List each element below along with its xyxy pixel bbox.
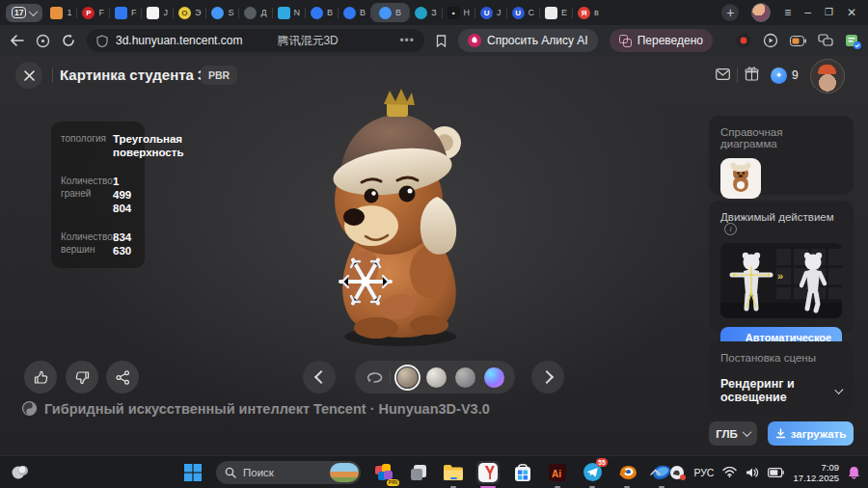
format-select[interactable]: ГЛБ <box>709 421 757 446</box>
battery-extension-icon[interactable] <box>790 36 806 46</box>
browser-tab[interactable]: F <box>110 3 142 22</box>
gift-icon[interactable] <box>745 67 759 81</box>
faces-value: 1 499 804 <box>113 175 135 215</box>
browser-tab[interactable]: Д <box>239 3 271 22</box>
material-sphere-matte-clay[interactable] <box>426 367 447 388</box>
material-sphere-textured-material[interactable] <box>397 367 418 388</box>
system-tray: РУС 7:09 17.12.2025 <box>650 456 860 488</box>
browser-tab[interactable]: J <box>142 3 173 22</box>
telegram-icon[interactable]: 55 <box>581 461 604 484</box>
render-option-label: Рендеринг и освещение <box>720 377 828 404</box>
tab-counter[interactable]: 17 <box>6 4 42 22</box>
battery-icon[interactable] <box>768 468 784 477</box>
reference-title: Справочная диаграмма <box>720 126 842 149</box>
translated-button[interactable]: Переведено <box>610 29 713 52</box>
credits-counter[interactable]: ✦ 9 <box>767 64 806 87</box>
reload-icon[interactable] <box>62 34 75 47</box>
browser-tab[interactable]: N <box>273 3 306 22</box>
minimize-icon[interactable]: – <box>804 7 811 18</box>
tab-label: З <box>431 8 436 17</box>
user-avatar[interactable] <box>810 59 845 94</box>
weather-widget[interactable] <box>10 456 31 488</box>
browser-tab[interactable]: •Н <box>443 3 475 22</box>
render-option-select[interactable]: Рендеринг и освещение <box>720 377 842 404</box>
topology-row: топология Треугольная поверхность <box>61 132 135 159</box>
microsoft-store-icon[interactable] <box>511 461 534 484</box>
browser-tab[interactable]: OЭ <box>174 3 205 22</box>
material-sphere-vivid-gradient[interactable] <box>484 367 504 388</box>
yandex-start-icon[interactable] <box>36 34 50 48</box>
close-viewer-button[interactable] <box>15 62 42 89</box>
browser-tab[interactable]: UС <box>507 3 540 22</box>
close-window-icon[interactable]: ✕ <box>847 7 856 18</box>
windows-taskbar: Поиск PRI Ai <box>0 455 868 488</box>
tab-favicon: • <box>448 7 460 19</box>
tab-label: J <box>163 8 168 17</box>
language-indicator[interactable]: РУС <box>693 467 714 478</box>
motion-preview[interactable]: » <box>720 243 842 318</box>
notification-bell-icon[interactable] <box>848 466 860 479</box>
browser-tab[interactable]: В <box>371 3 409 22</box>
info-icon[interactable]: i <box>724 223 737 235</box>
video-play-icon[interactable] <box>763 33 778 48</box>
tab-label: 1 <box>67 8 71 17</box>
download-button[interactable]: загружать <box>768 421 854 446</box>
yandex-browser-icon[interactable] <box>476 461 500 484</box>
volume-icon[interactable] <box>746 467 759 478</box>
blender-icon[interactable] <box>615 461 638 484</box>
record-icon[interactable] <box>736 33 751 48</box>
taskbar-search[interactable]: Поиск <box>216 461 361 484</box>
browser-tab[interactable]: PF <box>77 3 109 22</box>
browser-tab[interactable]: S <box>206 3 238 22</box>
protect-shield-icon <box>96 35 108 47</box>
ask-alice-label: Спросить Алису AI <box>487 34 588 47</box>
pbr-badge: PBR <box>201 66 237 85</box>
bear-3d-model[interactable] <box>285 83 506 353</box>
tab-favicon <box>147 7 159 19</box>
browser-tab[interactable]: В <box>339 3 370 22</box>
chats-extension-icon[interactable] <box>818 34 833 47</box>
mail-icon[interactable] <box>716 68 730 80</box>
tray-expand-icon[interactable] <box>650 469 661 475</box>
menu-icon[interactable]: ≡ <box>784 7 791 18</box>
tab-label: В <box>327 8 333 17</box>
rotate-icon[interactable] <box>366 370 383 384</box>
material-carousel <box>355 361 515 393</box>
browser-avatar[interactable] <box>751 3 771 22</box>
browser-tab[interactable]: 1 <box>45 3 76 22</box>
bookmark-icon[interactable] <box>436 35 447 47</box>
illustrator-icon[interactable]: Ai <box>546 461 569 484</box>
next-view-button[interactable] <box>531 361 564 393</box>
task-view-icon[interactable] <box>407 461 430 484</box>
browser-tab[interactable]: Е <box>540 3 572 22</box>
motion-panel: Движимый действиемi <box>709 201 854 334</box>
prev-view-button[interactable] <box>303 361 336 393</box>
wifi-icon[interactable] <box>722 467 737 477</box>
faces-label: Количество граней <box>61 175 105 215</box>
restore-icon[interactable]: ❐ <box>825 7 833 18</box>
paint-app-icon[interactable]: PRI <box>372 461 395 484</box>
browser-tab[interactable]: В <box>306 3 338 22</box>
notes-extension-icon[interactable] <box>845 34 858 47</box>
back-icon[interactable] <box>10 35 24 46</box>
start-button[interactable] <box>181 461 204 484</box>
browser-tab[interactable]: Яв <box>573 3 604 22</box>
material-sphere-normal-map[interactable] <box>455 367 475 388</box>
like-button[interactable] <box>24 361 57 393</box>
browser-tab[interactable]: З <box>410 3 441 22</box>
ask-alice-button[interactable]: Спросить Алису AI <box>458 29 598 52</box>
new-tab-button[interactable]: + <box>721 4 739 21</box>
reference-thumbnail[interactable] <box>720 158 761 199</box>
export-row: ГЛБ загружать <box>709 421 854 446</box>
file-explorer-icon[interactable] <box>442 461 465 484</box>
tray-app-icon[interactable] <box>669 465 685 480</box>
browser-tab[interactable]: UJ <box>475 3 506 22</box>
url-bar[interactable]: 3d.hunyuan.tencent.com 腾讯混元3D ••• <box>87 29 424 52</box>
url-more-icon[interactable]: ••• <box>399 34 415 47</box>
tab-favicon: U <box>512 7 525 19</box>
share-button[interactable] <box>106 361 139 393</box>
tab-strip: 1PFFJOЭSДNВВВЗ•НUJUСЕЯв <box>45 3 717 22</box>
vertices-value: 834 630 <box>113 230 135 258</box>
taskbar-clock[interactable]: 7:09 17.12.2025 <box>793 462 839 483</box>
dislike-button[interactable] <box>66 361 98 393</box>
